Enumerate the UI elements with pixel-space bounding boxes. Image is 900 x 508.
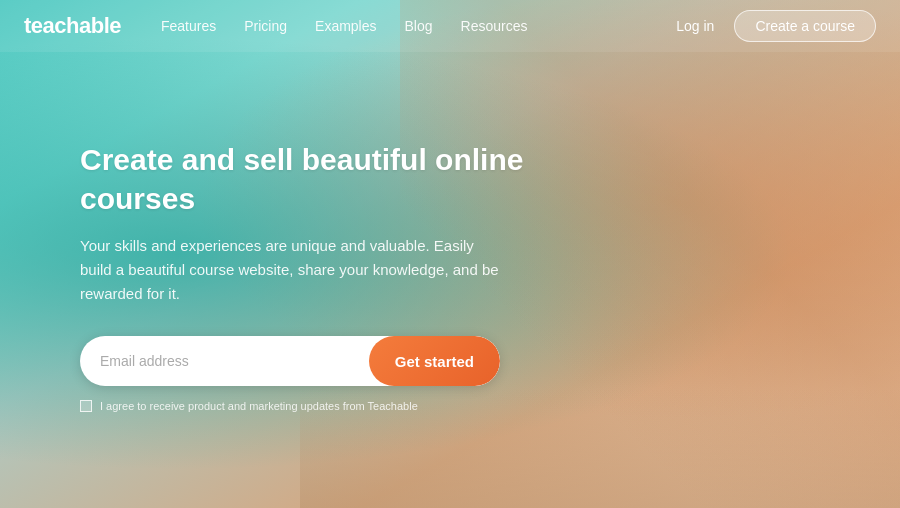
hero-section: teachable Features Pricing Examples Blog… bbox=[0, 0, 900, 508]
navbar: teachable Features Pricing Examples Blog… bbox=[0, 0, 900, 52]
hero-content: Create and sell beautiful online courses… bbox=[80, 140, 560, 412]
hero-subtitle: Your skills and experiences are unique a… bbox=[80, 234, 500, 306]
nav-item-examples[interactable]: Examples bbox=[315, 17, 376, 35]
email-input[interactable] bbox=[80, 353, 369, 369]
nav-item-pricing[interactable]: Pricing bbox=[244, 17, 287, 35]
nav-link-blog[interactable]: Blog bbox=[405, 18, 433, 34]
get-started-button[interactable]: Get started bbox=[369, 336, 500, 386]
nav-link-resources[interactable]: Resources bbox=[461, 18, 528, 34]
consent-label: I agree to receive product and marketing… bbox=[100, 400, 418, 412]
nav-item-features[interactable]: Features bbox=[161, 17, 216, 35]
nav-links: Features Pricing Examples Blog Resources bbox=[161, 17, 676, 35]
login-link[interactable]: Log in bbox=[676, 18, 714, 34]
consent-row: I agree to receive product and marketing… bbox=[80, 400, 560, 412]
brand-logo[interactable]: teachable bbox=[24, 13, 121, 39]
create-course-button[interactable]: Create a course bbox=[734, 10, 876, 42]
nav-link-examples[interactable]: Examples bbox=[315, 18, 376, 34]
consent-checkbox[interactable] bbox=[80, 400, 92, 412]
email-form: Get started bbox=[80, 336, 500, 386]
nav-actions: Log in Create a course bbox=[676, 10, 876, 42]
nav-link-pricing[interactable]: Pricing bbox=[244, 18, 287, 34]
nav-item-resources[interactable]: Resources bbox=[461, 17, 528, 35]
nav-item-blog[interactable]: Blog bbox=[405, 17, 433, 35]
hero-title: Create and sell beautiful online courses bbox=[80, 140, 560, 218]
nav-link-features[interactable]: Features bbox=[161, 18, 216, 34]
